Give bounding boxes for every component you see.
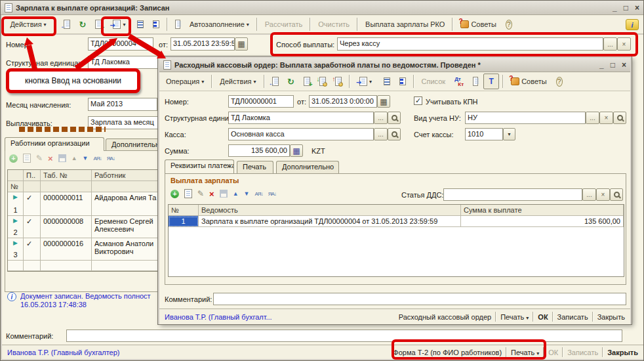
month-field[interactable]: Май 2013 — [88, 98, 157, 111]
copy-row-icon[interactable] — [23, 154, 31, 163]
post-document-button[interactable]: ← — [60, 16, 74, 32]
cash-field[interactable]: Основная касса — [228, 128, 374, 140]
tips-button[interactable]: Советы — [507, 74, 550, 89]
cash-select-button[interactable]: ... — [374, 128, 388, 140]
col-header-num[interactable]: № — [8, 181, 24, 192]
maximize-icon[interactable]: □ — [624, 3, 628, 12]
input-on-basis-button[interactable]: ➔ ▾ — [107, 16, 132, 32]
close-button[interactable]: Закрыть — [597, 313, 625, 321]
close-icon[interactable]: × — [622, 60, 626, 70]
kpn-checkbox[interactable]: ✓ — [414, 96, 422, 105]
number-field[interactable]: ТДЛ00000004 — [88, 37, 153, 51]
table-row[interactable]: ▶ 3 ✓ 0000000016 Асманов Анатоли Викторо… — [7, 238, 165, 261]
doc-type-button[interactable]: Расходный кассовый ордер — [399, 313, 491, 321]
print-button[interactable]: Печать ▾ — [500, 313, 529, 321]
save-order-icon[interactable] — [58, 154, 66, 162]
copy-add-button[interactable]: + — [91, 16, 106, 32]
minimize-icon[interactable]: _ — [599, 60, 604, 70]
tab-payment-details[interactable]: Реквизиты платежа — [165, 159, 234, 173]
move-up-icon[interactable]: ▲ — [71, 155, 77, 161]
move-down-icon[interactable]: ▼ — [244, 190, 250, 197]
number-field[interactable]: ТДЛ00000001 — [228, 95, 294, 108]
account-field[interactable]: 1010 — [465, 128, 503, 140]
nu-select-button[interactable]: ... — [586, 112, 599, 124]
struct-search-button[interactable] — [388, 112, 401, 124]
comment-field[interactable] — [66, 329, 622, 342]
col-header-vedomost[interactable]: Ведомость — [199, 205, 461, 216]
print-button[interactable]: Печать ▾ — [511, 349, 539, 356]
row-check-icon[interactable]: ✓ — [24, 238, 41, 261]
move-up-icon[interactable]: ▲ — [233, 190, 239, 197]
info-button[interactable]: i — [626, 19, 639, 30]
struct-select-button[interactable]: ... — [374, 112, 388, 124]
row-employee-name[interactable]: Айдарова Алия Та — [92, 192, 164, 216]
operation-button[interactable]: Операция ▾ — [162, 74, 208, 89]
col-header-emp[interactable]: Работник — [92, 170, 164, 181]
save-order-icon[interactable] — [220, 190, 228, 198]
nu-field[interactable]: НУ — [465, 112, 586, 124]
sum-field[interactable]: 135 600,00 — [228, 144, 290, 157]
save-button[interactable]: Записать — [557, 313, 588, 321]
add-row-icon[interactable]: + — [9, 154, 18, 163]
delete-row-icon[interactable]: × — [48, 154, 53, 163]
copy-row-icon[interactable] — [184, 189, 192, 198]
sort-asc-icon[interactable]: АЯ↓ — [255, 191, 263, 197]
money-out-button[interactable]: ↑ — [331, 74, 346, 89]
col-header-sum[interactable]: Сумма к выплате — [461, 205, 624, 216]
sort-desc-icon[interactable]: ЯА↓ — [107, 156, 115, 161]
table-row[interactable]: ▶ 2 ✓ 0000000008 Еременко Сергей Алексее… — [7, 216, 165, 238]
filter-toggle-button[interactable]: Т — [483, 74, 499, 89]
document-journal-button[interactable] — [469, 74, 482, 89]
comment-field[interactable] — [213, 293, 626, 305]
add-row-icon[interactable]: + — [171, 190, 179, 198]
row-check-icon[interactable]: ✓ — [24, 216, 41, 238]
refresh-button[interactable]: ↻ — [284, 74, 298, 89]
help-button[interactable]: ? — [502, 16, 516, 32]
input-on-basis-button[interactable]: ➔ ▾ — [353, 74, 378, 89]
cash-search-button[interactable] — [388, 128, 401, 140]
money-in-button[interactable]: ↓ — [315, 74, 330, 89]
pay-rko-button[interactable]: Выплата зарплаты РКО — [361, 16, 449, 32]
help-button[interactable]: ? — [552, 74, 567, 89]
delete-row-icon[interactable]: × — [209, 190, 214, 198]
calendar-button[interactable]: ▦ — [377, 95, 390, 108]
actions-button[interactable]: Действия ▾ — [5, 16, 52, 32]
edit-row-icon[interactable]: ✎ — [36, 154, 43, 163]
ok-button[interactable]: ОК — [538, 313, 548, 321]
maximize-icon[interactable]: □ — [611, 60, 615, 70]
date-field[interactable]: 31.05.2013 23:59:59 — [171, 37, 235, 51]
dds-clear-button[interactable]: × — [596, 188, 610, 201]
row-check-icon[interactable]: ✓ — [24, 192, 41, 216]
post-document-button[interactable]: ← — [268, 74, 283, 89]
structure-button[interactable] — [395, 74, 410, 89]
row-employee-name[interactable]: Асманов Анатоли Викторович — [92, 238, 164, 261]
dds-select-button[interactable]: ... — [582, 188, 596, 201]
sort-desc-icon[interactable]: ЯА↓ — [268, 191, 276, 197]
row-sum[interactable]: 135 600,00 — [461, 216, 624, 227]
tab-print[interactable]: Печать — [237, 161, 273, 173]
calculator-button[interactable]: ▦ — [290, 144, 303, 157]
row-tab-number[interactable]: 0000000008 — [41, 216, 92, 238]
sort-asc-icon[interactable]: АЯ↓ — [94, 156, 102, 161]
account-combo-button[interactable]: ▼ — [503, 128, 515, 140]
structure-button[interactable] — [149, 16, 163, 32]
copy-add-button[interactable]: + — [300, 74, 314, 89]
pay-method-clear-button[interactable]: × — [617, 37, 631, 51]
dds-search-button[interactable] — [610, 188, 623, 201]
move-down-icon[interactable]: ▼ — [83, 155, 89, 161]
col-header-p[interactable]: П.. — [24, 170, 41, 181]
edit-row-icon[interactable]: ✎ — [197, 189, 204, 198]
dds-field[interactable] — [443, 188, 582, 201]
dtkt-button[interactable]: ДтКт — [451, 74, 468, 89]
date-field[interactable]: 31.05.2013 0:00:00 — [309, 95, 377, 108]
col-header-num[interactable]: № — [169, 205, 199, 216]
row-tab-number[interactable]: 0000000016 — [41, 238, 92, 261]
close-button[interactable]: Закрыть — [607, 349, 638, 356]
pay-method-field[interactable]: Через кассу — [337, 37, 603, 51]
row-vedomost[interactable]: Зарплата к выплате организаций ТДЛ000000… — [199, 216, 461, 227]
nu-clear-button[interactable]: × — [599, 112, 613, 124]
row-tab-number[interactable]: 0000000011 — [41, 192, 92, 216]
close-icon[interactable]: × — [635, 3, 639, 12]
calendar-button[interactable]: ▦ — [235, 37, 248, 51]
table-row[interactable]: ▶ 1 ✓ 0000000011 Айдарова Алия Та — [7, 192, 165, 216]
